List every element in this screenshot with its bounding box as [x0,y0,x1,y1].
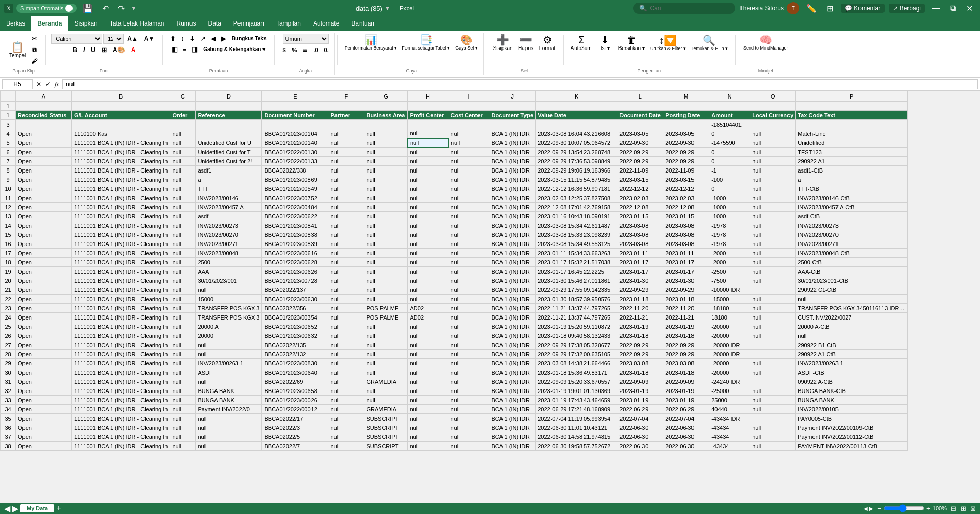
align-right-button[interactable]: ◨ [189,44,200,54]
cell-r8-cA[interactable]: Open [16,166,72,175]
cell-r28-cL[interactable]: 2022-09-29 [617,350,663,359]
cell-r27-cM[interactable]: 2022-09-29 [663,340,709,350]
cell-r36-cH[interactable]: null [408,423,448,432]
format-painter-button[interactable]: 🖌 [29,56,40,66]
cell-r9-cA[interactable]: Open [16,175,72,184]
cell-r29-cO[interactable]: null [750,359,796,368]
close-button[interactable]: ✕ [963,3,976,14]
cell-r38-cK[interactable]: 2022-06-30 19:58:57.752672 [536,442,617,451]
cell-r20-cE[interactable]: BBCA01/2023/00728 [262,276,328,285]
cell-r15-cM[interactable]: 2023-03-08 [663,230,709,239]
cell-r11-cJ[interactable]: BCA 1 (IN) IDR [489,193,536,203]
cell-r23-cJ[interactable]: BCA 1 (IN) IDR [489,304,536,313]
cell-r25-cA[interactable]: Open [16,322,72,331]
cell-r34-cF[interactable]: null [328,405,364,414]
cell-r10-cL[interactable]: 2022-12-12 [617,184,663,193]
cell-r26-cH[interactable]: null [408,331,448,340]
cell-r29-cJ[interactable]: BCA 1 (IN) IDR [489,359,536,368]
cell-r26-cF[interactable]: null [328,331,364,340]
cell-r26-cN[interactable]: -20000 [709,331,750,340]
cell-r20-cG[interactable]: null [364,276,408,285]
cell-r38-cI[interactable]: null [448,442,489,451]
cell-r11-cK[interactable]: 2023-02-03 12:25:37.827508 [536,193,617,203]
cell-r35-cL[interactable]: 2022-07-04 [617,414,663,423]
cell-r16-cH[interactable]: null [408,239,448,249]
cell-r33-cL[interactable]: 2023-01-19 [617,396,663,405]
cell-r35-cE[interactable]: BBCA02022/17 [262,414,328,423]
cell-r27-cF[interactable]: null [328,340,364,350]
cell-r17-cM[interactable]: 2023-01-11 [663,249,709,258]
cell-r24-cE[interactable]: BBCA01/2023/00354 [262,313,328,322]
cell-r8-cD[interactable]: asdf1 [196,166,262,175]
cell-r9-cI[interactable]: null [448,175,489,184]
cell-r3-cG[interactable] [364,120,408,129]
cell-r23-cF[interactable]: null [328,304,364,313]
cell-r18-cG[interactable]: null [364,258,408,267]
cell-r22-cJ[interactable]: BCA 1 (IN) IDR [489,295,536,304]
cell-r5-cM[interactable]: 2022-09-30 [663,138,709,148]
cell-r28-cJ[interactable]: BCA 1 (IN) IDR [489,350,536,359]
cell-r26-cL[interactable]: 2023-01-18 [617,331,663,340]
cell-r21-cE[interactable]: BBCA02022/137 [262,285,328,295]
cell-r3-cE[interactable] [262,120,328,129]
cell-r28-cI[interactable]: null [448,350,489,359]
font-name-selector[interactable]: Calibri [51,34,102,44]
tab-tata-letak[interactable]: Tata Letak Halaman [104,16,171,31]
cell-r5-cF[interactable]: null [328,138,364,148]
cell-r16-cI[interactable]: null [448,239,489,249]
cell-r17-cD[interactable]: INV/2023/00048 [196,249,262,258]
cell-r21-cL[interactable]: 2022-09-29 [617,285,663,295]
cell-r5-cP[interactable]: Unidetified [796,138,908,148]
cell-r3-cD[interactable] [196,120,262,129]
cell-r34-cA[interactable]: Open [16,405,72,414]
cell-r9-cB[interactable]: 1111001 BCA 1 (IN) IDR - Clearing In [72,175,170,184]
format-button[interactable]: ⚙ Format [537,34,558,52]
cell-r15-cD[interactable]: INV/2023/00270 [196,230,262,239]
cell-r38-cL[interactable]: 2022-06-30 [617,442,663,451]
cell-r10-cM[interactable]: 2022-12-12 [663,184,709,193]
cell-r26-cG[interactable]: null [364,331,408,340]
cell-r11-cO[interactable]: null [750,193,796,203]
cell-r38-cP[interactable]: PAYMENT INV/2022/00113-CtB [796,442,908,451]
cell-row1-col7[interactable] [408,102,448,111]
pemformatan-bersyarat-button[interactable]: 📊 Pemformatan Bersyarat ▾ [343,34,399,52]
cell-reference-input[interactable] [2,79,33,89]
cell-r30-cB[interactable]: 1111001 BCA 1 (IN) IDR - Clearing In [72,368,170,377]
cell-r19-cB[interactable]: 1111001 BCA 1 (IN) IDR - Clearing In [72,267,170,276]
header-cell-J[interactable]: Document Type [489,111,536,120]
cell-r7-cJ[interactable]: BCA 1 (IN) IDR [489,157,536,166]
tab-peninjauan[interactable]: Peninjauan [227,16,270,31]
cell-r9-cE[interactable]: BBCA01/2023/00869 [262,175,328,184]
cell-r22-cP[interactable]: null [796,295,908,304]
cell-r17-cI[interactable]: null [448,249,489,258]
cell-r15-cK[interactable]: 2023-03-08 15:33:23.098239 [536,230,617,239]
cell-r33-cG[interactable]: null [364,396,408,405]
cell-r34-cL[interactable]: 2022-06-29 [617,405,663,414]
underline-button[interactable]: U [88,45,98,55]
col-header-J[interactable]: J [489,91,536,102]
cell-r7-cK[interactable]: 2022-09-29 17:36:53.098849 [536,157,617,166]
cell-r6-cP[interactable]: TEST123 [796,148,908,157]
cell-r14-cH[interactable]: null [408,221,448,230]
cell-r21-cK[interactable]: 2022-09-29 17:55:09.142335 [536,285,617,295]
col-header-O[interactable]: O [750,91,796,102]
cell-r12-cN[interactable]: -1000 [709,203,750,212]
cell-r12-cL[interactable]: 2022-12-08 [617,203,663,212]
cell-row1-col13[interactable] [709,102,750,111]
cell-r20-cC[interactable]: null [170,276,196,285]
cell-r17-cH[interactable]: null [408,249,448,258]
cell-r18-cN[interactable]: -2000 [709,258,750,267]
cell-r17-cP[interactable]: INV/2023/00048-CtB [796,249,908,258]
cell-r24-cF[interactable]: null [328,313,364,322]
cell-r28-cA[interactable]: Open [16,350,72,359]
cell-r13-cN[interactable]: -1000 [709,212,750,221]
cell-r3-cB[interactable] [72,120,170,129]
col-header-P[interactable]: P [796,91,908,102]
cell-r15-cI[interactable]: null [448,230,489,239]
cell-r20-cJ[interactable]: BCA 1 (IN) IDR [489,276,536,285]
tab-file[interactable]: Berkas [0,16,31,31]
cell-r13-cD[interactable]: asdf [196,212,262,221]
cell-r24-cN[interactable]: 18180 [709,313,750,322]
cell-r25-cF[interactable]: null [328,322,364,331]
cell-r35-cG[interactable]: SUBSCRIPT [364,414,408,423]
